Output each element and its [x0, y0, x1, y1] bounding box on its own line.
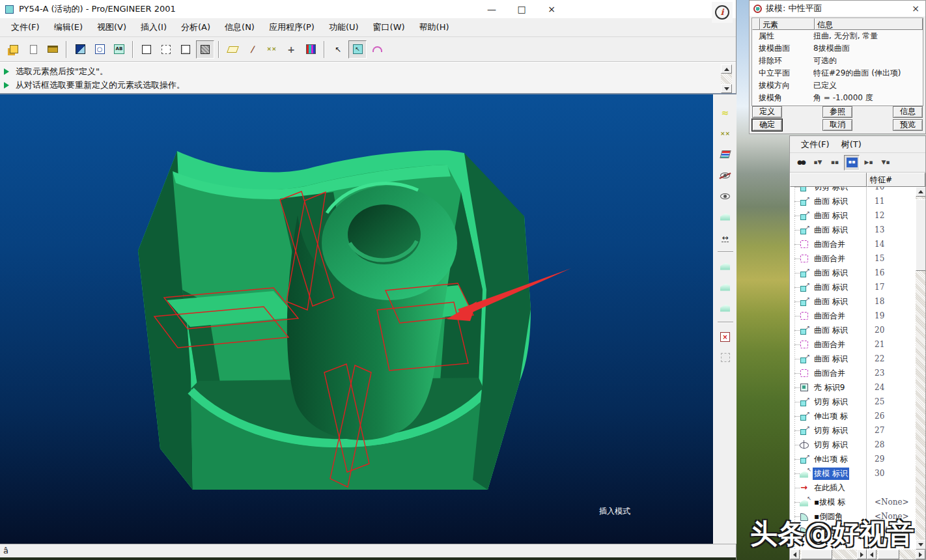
tree-row[interactable]: 在此插入	[790, 481, 866, 495]
element-row[interactable]: 拔模方向已定义	[752, 79, 923, 92]
scroll-down-button[interactable]	[721, 84, 732, 93]
menu-file[interactable]: 文件(F)	[4, 19, 47, 36]
tree-row[interactable]: 切剪 标识	[790, 187, 866, 194]
new-file-button[interactable]	[24, 40, 42, 59]
element-row[interactable]: 拔模曲面8拔模曲面	[752, 42, 923, 55]
tree-row[interactable]: 曲面合并	[790, 337, 866, 352]
hide-item-button[interactable]	[716, 166, 735, 184]
show-item-button[interactable]	[716, 187, 735, 205]
menu-edit[interactable]: 编辑(E)	[47, 19, 90, 36]
scroll-track[interactable]	[916, 197, 925, 540]
menu-analysis[interactable]: 分析(A)	[174, 19, 217, 36]
tree-row[interactable]: 曲面 标识	[790, 208, 866, 223]
measure-button[interactable]: ↔	[716, 229, 735, 247]
tree-row[interactable]: 曲面 标识	[790, 194, 866, 208]
menu-utilities[interactable]: 功能(U)	[322, 19, 366, 36]
tree-row[interactable]: ▪拔模 标	[790, 495, 866, 509]
tree-row[interactable]: 曲面 标识	[790, 294, 866, 309]
maximize-button[interactable]: □	[507, 0, 537, 18]
select-items-button[interactable]: ↖	[348, 40, 367, 59]
tree-vertical-scrollbar[interactable]	[916, 187, 925, 550]
csys-display-button[interactable]: +	[282, 40, 300, 59]
no-hidden-display-button[interactable]	[176, 40, 195, 59]
draft-tool-button[interactable]	[716, 278, 735, 296]
datum-axis-display-button[interactable]: /	[243, 40, 261, 59]
tree-row[interactable]: 曲面合并	[790, 366, 866, 380]
shaded-display-button[interactable]	[196, 40, 214, 59]
name-column-header[interactable]	[790, 173, 867, 187]
menu-view[interactable]: 视图(V)	[90, 19, 133, 36]
scroll-track[interactable]	[721, 74, 732, 84]
tree-row[interactable]: 曲面 标识	[790, 280, 866, 294]
menu-help[interactable]: 帮助(H)	[412, 19, 456, 36]
tree-row[interactable]: 曲面合并	[790, 251, 866, 266]
tree-row[interactable]: 切剪 标识	[790, 395, 866, 409]
define-button[interactable]: 定义	[752, 106, 782, 118]
tree-row[interactable]: 曲面 标识	[790, 266, 866, 280]
tree-row[interactable]: 伸出项 标	[790, 452, 866, 466]
draft-feature-button[interactable]	[716, 208, 735, 226]
menu-info[interactable]: 信息(N)	[217, 19, 262, 36]
tree-menu-file[interactable]: 文件(F)	[795, 137, 835, 152]
settings-button[interactable]: ▪▪	[844, 155, 860, 171]
inactive-tool-button[interactable]	[716, 348, 735, 367]
search-button[interactable]: ●●	[793, 155, 809, 171]
menu-applications[interactable]: 应用程序(P)	[262, 19, 322, 36]
preview-button[interactable]: 预览	[893, 119, 923, 131]
tree-row[interactable]: 壳 标识9	[790, 380, 866, 395]
repaint-button[interactable]	[71, 40, 89, 59]
filter-button[interactable]: ▪▼	[810, 155, 826, 171]
tree-row[interactable]: 切剪 标识	[790, 423, 866, 438]
appearance-colors-button[interactable]	[302, 40, 320, 59]
dialog-close-icon[interactable]: ×	[910, 3, 921, 14]
close-button[interactable]: ×	[537, 0, 567, 18]
boundary-surface-button[interactable]	[716, 299, 735, 317]
sketcher-button[interactable]	[368, 40, 386, 59]
message-scrollbar[interactable]	[721, 64, 732, 93]
element-info-table[interactable]: 元素 信息 属性扭曲, 无分割, 常量拔模曲面8拔模曲面排除环可选的中立平面特征…	[751, 18, 923, 106]
datum-points-button[interactable]: ××	[716, 124, 735, 143]
element-row[interactable]: 中立平面特征#29的曲面 (伸出项)	[752, 67, 923, 79]
menu-insert[interactable]: 插入(I)	[133, 19, 174, 36]
model-viewport[interactable]: 插入模式	[0, 94, 713, 544]
cancel-button[interactable]: 取消	[822, 119, 852, 131]
tree-row[interactable]: 曲面 标识	[790, 223, 866, 237]
info-button[interactable]: 信息	[893, 106, 923, 118]
minimize-button[interactable]: —	[477, 0, 507, 18]
tree-menu-tree[interactable]: 树(T)	[835, 137, 867, 152]
expand-all-button[interactable]: ▶▪	[861, 155, 877, 171]
zoom-region-button[interactable]: ○	[91, 40, 109, 59]
element-row[interactable]: 排除环可选的	[752, 55, 923, 67]
scroll-thumb[interactable]	[916, 199, 925, 271]
collapse-all-button[interactable]: ▼▪	[878, 155, 893, 171]
feature-number-column-header[interactable]: 特征#	[867, 173, 925, 187]
tree-row[interactable]: 伸出项 标	[790, 409, 866, 423]
element-row[interactable]: 拔模角角 = -1.0000 度	[752, 92, 923, 104]
datum-plane-display-button[interactable]	[223, 40, 242, 59]
open-file-button[interactable]	[44, 40, 62, 59]
datum-point-display-button[interactable]: ××	[262, 40, 281, 59]
scroll-up-button[interactable]	[721, 64, 732, 74]
tree-row[interactable]: 切剪 标识	[790, 438, 866, 452]
surface-copy-button[interactable]	[716, 257, 735, 275]
dialog-title-bar[interactable]: 拔模: 中性平面 ×	[750, 1, 925, 16]
wireframe-display-button[interactable]	[137, 40, 156, 59]
menu-window[interactable]: 窗口(W)	[366, 19, 412, 36]
context-help-button[interactable]: i	[712, 2, 733, 23]
tree-row[interactable]: 曲面合并	[790, 237, 866, 251]
style-curve-button[interactable]: ≈	[716, 104, 735, 122]
layers-button[interactable]	[716, 145, 735, 163]
copy-model-button[interactable]	[5, 40, 23, 59]
scroll-up-button[interactable]	[916, 187, 925, 197]
select-filter-button[interactable]: ↖	[329, 40, 347, 59]
delete-highlight-button[interactable]: ×	[716, 328, 735, 346]
tree-row[interactable]: 曲面 标识	[790, 352, 866, 366]
element-row[interactable]: 属性扭曲, 无分割, 常量	[752, 30, 923, 42]
title-bar[interactable]: PY54-A (活动的) - Pro/ENGINEER 2001	[0, 0, 736, 18]
tree-row[interactable]: 曲面 标识	[790, 323, 866, 337]
references-button[interactable]: 参照	[822, 106, 852, 118]
tree-row[interactable]: 拔模 标识	[790, 466, 866, 481]
tree-row[interactable]: 曲面合并	[790, 309, 866, 323]
ok-button[interactable]: 确定	[752, 119, 782, 131]
columns-button[interactable]: ▪▪	[827, 155, 843, 171]
